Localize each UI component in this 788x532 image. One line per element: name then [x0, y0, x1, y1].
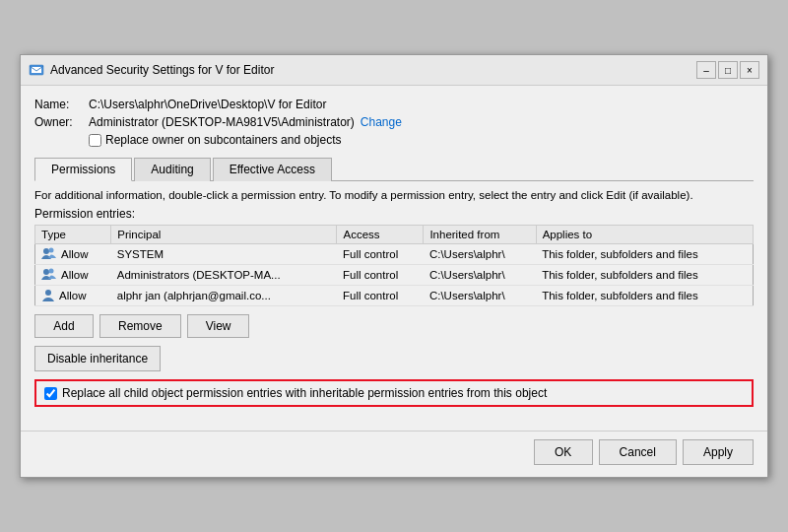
col-type: Type [35, 226, 111, 244]
cell-principal: SYSTEM [111, 244, 337, 265]
name-row: Name: C:\Users\alphr\OneDrive\Desktop\V … [34, 98, 754, 111]
cell-principal: alphr jan (alphrjan@gmail.co... [111, 286, 337, 306]
cell-applies: This folder, subfolders and files [536, 265, 753, 286]
replace-permissions-row: Replace all child object permission entr… [34, 379, 754, 407]
cancel-button[interactable]: Cancel [599, 439, 677, 465]
cell-applies: This folder, subfolders and files [536, 286, 753, 306]
window-title: Advanced Security Settings for V for Edi… [50, 63, 274, 77]
replace-owner-row: Replace owner on subcontainers and objec… [89, 133, 754, 147]
cell-inherited: C:\Users\alphr\ [424, 265, 536, 286]
name-label: Name: [34, 98, 89, 111]
svg-point-6 [45, 290, 51, 296]
action-buttons-row: Add Remove View [34, 314, 754, 338]
add-button[interactable]: Add [34, 314, 94, 338]
cell-inherited: C:\Users\alphr\ [424, 286, 536, 306]
svg-point-5 [49, 269, 54, 274]
replace-owner-checkbox[interactable] [89, 134, 101, 147]
users-icon [41, 247, 57, 261]
svg-point-4 [43, 269, 49, 275]
cell-access: Full control [337, 286, 424, 306]
minimize-button[interactable]: – [696, 61, 716, 79]
cell-type: Allow [35, 265, 111, 286]
table-header-row: Type Principal Access Inherited from App… [35, 226, 754, 244]
cell-applies: This folder, subfolders and files [536, 244, 753, 265]
table-row[interactable]: Allow Administrators (DESKTOP-MA... Full… [35, 265, 754, 286]
col-access: Access [337, 226, 424, 244]
remove-button[interactable]: Remove [99, 314, 181, 338]
dialog-content: Name: C:\Users\alphr\OneDrive\Desktop\V … [21, 86, 767, 429]
cell-access: Full control [337, 244, 424, 265]
tab-auditing[interactable]: Auditing [134, 158, 210, 181]
cell-type: Allow [35, 286, 111, 306]
col-applies: Applies to [536, 226, 753, 244]
main-window: Advanced Security Settings for V for Edi… [20, 54, 768, 478]
apply-button[interactable]: Apply [683, 439, 754, 465]
maximize-button[interactable]: □ [718, 61, 738, 79]
info-text: For additional information, double-click… [34, 189, 754, 201]
window-controls: – □ × [696, 61, 759, 79]
cell-access: Full control [337, 265, 424, 286]
replace-owner-label: Replace owner on subcontainers and objec… [105, 133, 341, 147]
table-row[interactable]: Allow SYSTEM Full control C:\Users\alphr… [35, 244, 754, 265]
owner-label: Owner: [34, 115, 89, 129]
tab-permissions[interactable]: Permissions [34, 158, 132, 181]
title-bar: Advanced Security Settings for V for Edi… [21, 55, 767, 86]
tab-effective-access[interactable]: Effective Access [213, 158, 332, 181]
view-button[interactable]: View [187, 314, 250, 338]
owner-row: Owner: Administrator (DESKTOP-MA981V5\Ad… [34, 115, 754, 129]
user-icon [41, 289, 55, 302]
replace-permissions-label: Replace all child object permission entr… [62, 386, 547, 400]
replace-permissions-checkbox[interactable] [44, 387, 57, 400]
owner-value: Administrator (DESKTOP-MA981V5\Administr… [89, 115, 355, 129]
users-icon [41, 268, 57, 282]
name-value: C:\Users\alphr\OneDrive\Desktop\V for Ed… [89, 98, 326, 111]
svg-point-3 [49, 248, 54, 253]
tab-bar: Permissions Auditing Effective Access [34, 157, 754, 181]
cell-principal: Administrators (DESKTOP-MA... [111, 265, 337, 286]
col-inherited: Inherited from [424, 226, 536, 244]
ok-button[interactable]: OK [534, 439, 593, 465]
permission-entries-label: Permission entries: [34, 207, 754, 221]
change-owner-link[interactable]: Change [361, 115, 402, 129]
window-icon [29, 62, 44, 78]
close-button[interactable]: × [740, 61, 759, 79]
table-row[interactable]: Allow alphr jan (alphrjan@gmail.co... Fu… [35, 286, 754, 306]
col-principal: Principal [111, 226, 337, 244]
cell-type: Allow [35, 244, 111, 265]
disable-inheritance-button[interactable]: Disable inheritance [34, 346, 161, 371]
dialog-footer: OK Cancel Apply [21, 431, 767, 477]
permissions-table: Type Principal Access Inherited from App… [34, 225, 754, 306]
cell-inherited: C:\Users\alphr\ [424, 244, 536, 265]
svg-point-2 [43, 248, 49, 254]
svg-rect-1 [32, 67, 41, 73]
